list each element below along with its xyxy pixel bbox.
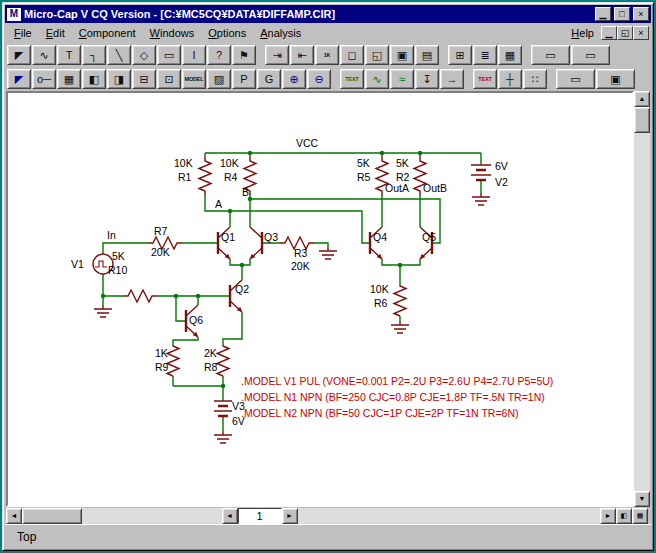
menu-help[interactable]: Help xyxy=(564,25,601,41)
menu-windows[interactable]: Windows xyxy=(143,25,202,41)
show-text-button[interactable]: TEXT xyxy=(340,69,364,89)
page-next-button[interactable]: ► xyxy=(282,508,298,524)
library-save-button-3[interactable]: ⊟ xyxy=(132,69,156,89)
menu-bar: FileEditComponentWindowsOptionsAnalysis … xyxy=(5,23,651,43)
border-button-1[interactable]: ▭ xyxy=(556,69,595,89)
menu-edit[interactable]: Edit xyxy=(39,25,72,41)
mdi-minimize-button[interactable]: ▁ xyxy=(601,26,617,40)
part-label-r10: R10 xyxy=(108,264,127,276)
text-tool[interactable]: T xyxy=(57,45,81,65)
tool-icon: ▭ xyxy=(570,73,580,86)
model-button[interactable]: MODEL xyxy=(182,69,206,89)
menu-options[interactable]: Options xyxy=(201,25,253,41)
scroll-up-button[interactable]: ▲ xyxy=(634,91,650,107)
horizontal-scrollbar[interactable]: ◄ ◄ 1 ► ► ◧▦ xyxy=(5,507,651,524)
page-prev-button[interactable]: ◄ xyxy=(222,508,238,524)
app-window: M Micro-Cap V CQ Version - [C:¥MC5CQ¥DAT… xyxy=(2,2,654,551)
info-tool[interactable]: I xyxy=(182,45,206,65)
lead-button[interactable]: → xyxy=(440,69,464,89)
calculator-button[interactable]: ▦ xyxy=(57,69,81,89)
horizontal-scroll-track[interactable] xyxy=(82,508,222,524)
library-save-button-2[interactable]: ◨ xyxy=(107,69,131,89)
mdi-restore-button[interactable]: ◱ xyxy=(617,26,633,40)
menu-component[interactable]: Component xyxy=(72,25,143,41)
rectangle-tool[interactable]: ▭ xyxy=(157,45,181,65)
scroll-right-button[interactable]: ► xyxy=(600,508,616,524)
horizontal-scroll-thumb[interactable] xyxy=(22,508,82,524)
hatch-button[interactable]: ▨ xyxy=(207,69,231,89)
value-label-v2: 6V xyxy=(495,160,508,172)
crosshair-button[interactable]: ┼ xyxy=(498,69,522,89)
toolbar-row-2: ◤o─▦◧◨⊟⊡MODEL▨PG⊕⊖TEXT∿≈↧→TEXT┼∷▭▣ xyxy=(5,67,651,91)
polygon-tool[interactable]: ◇ xyxy=(132,45,156,65)
pane-split-button[interactable]: ◧ xyxy=(616,508,632,524)
add-text-button[interactable]: TEXT xyxy=(473,69,497,89)
mdi-close-button[interactable]: × xyxy=(633,26,649,40)
node-label-a: A xyxy=(215,198,222,210)
vertical-scrollbar[interactable]: ▲ ▼ xyxy=(634,91,650,507)
list-button[interactable]: ≣ xyxy=(473,45,497,65)
vertical-scroll-thumb[interactable] xyxy=(634,107,650,133)
status-text: Top xyxy=(17,530,36,544)
value-label-r7: 20K xyxy=(151,246,170,258)
library-save-button-4[interactable]: ⊡ xyxy=(157,69,181,89)
horizontal-scroll-track-2[interactable] xyxy=(298,508,600,524)
zoom-out-button[interactable]: ⊖ xyxy=(307,69,331,89)
scale-1k-button[interactable]: 1K xyxy=(315,45,339,65)
resistor-r6 xyxy=(394,285,406,316)
pin-connection-button[interactable]: ↧ xyxy=(415,69,439,89)
box-tool-4[interactable]: ▤ xyxy=(415,45,439,65)
wire-tool[interactable]: ┐ xyxy=(82,45,106,65)
library-save-button-1[interactable]: ◧ xyxy=(82,69,106,89)
tool-icon: ∷ xyxy=(532,73,539,86)
maximize-button[interactable]: □ xyxy=(614,7,630,21)
tool-icon: ⊞ xyxy=(455,49,464,62)
wide-panel-button-2[interactable]: ▭ xyxy=(571,45,610,65)
titlebar[interactable]: M Micro-Cap V CQ Version - [C:¥MC5CQ¥DAT… xyxy=(5,5,651,23)
flag-tool[interactable]: ⚑ xyxy=(232,45,256,65)
mdi-button-icon: × xyxy=(638,28,643,38)
g-button[interactable]: G xyxy=(257,69,281,89)
help-mode-tool[interactable]: ? xyxy=(207,45,231,65)
diagonal-wire-tool[interactable]: ╲ xyxy=(107,45,131,65)
tool-icon: ◧ xyxy=(89,73,99,86)
close-button[interactable]: × xyxy=(633,7,649,21)
vertical-scroll-track[interactable] xyxy=(634,133,650,491)
box-tool-3[interactable]: ▣ xyxy=(390,45,414,65)
scroll-down-button[interactable]: ▼ xyxy=(634,491,650,507)
minimize-button[interactable]: ▁ xyxy=(595,7,611,21)
scroll-left-button[interactable]: ◄ xyxy=(6,508,22,524)
tool-icon: ▦ xyxy=(505,49,515,62)
select-tool[interactable]: ◤ xyxy=(7,45,31,65)
box-tool-1[interactable]: ◻ xyxy=(340,45,364,65)
cells-button[interactable]: ▦ xyxy=(498,45,522,65)
node-label-outb: OutB xyxy=(423,182,447,194)
part-label-r6: R6 xyxy=(374,297,388,309)
scrollbar-corner: ◧▦ xyxy=(616,508,650,524)
main-area: VCC10KR110KR45KR55KR26VV2OutAOutBABInR72… xyxy=(5,91,651,507)
p-button[interactable]: P xyxy=(232,69,256,89)
menu-file[interactable]: File xyxy=(7,25,39,41)
node-label-outa: OutA xyxy=(385,182,409,194)
dot-grid-button[interactable]: ∷ xyxy=(523,69,547,89)
cursor-mode-button[interactable]: ◤ xyxy=(7,69,31,89)
page-number[interactable]: 1 xyxy=(238,508,282,524)
part-label-r3: R3 xyxy=(294,247,308,259)
show-wave-button[interactable]: ∿ xyxy=(365,69,389,89)
border-button-2[interactable]: ▣ xyxy=(596,69,635,89)
part-label-v1: V1 xyxy=(71,258,84,270)
wide-panel-button-1[interactable]: ▭ xyxy=(531,45,570,65)
goto-flag-button[interactable]: ⇥ xyxy=(265,45,289,65)
key-button[interactable]: o─ xyxy=(32,69,56,89)
tool-icon: ◇ xyxy=(140,49,148,62)
box-tool-2[interactable]: ◱ xyxy=(365,45,389,65)
back-flag-button[interactable]: ⇤ xyxy=(290,45,314,65)
grid-toggle-button[interactable]: ⊞ xyxy=(448,45,472,65)
tool-icon: ◱ xyxy=(372,49,382,62)
schematic-canvas[interactable]: VCC10KR110KR45KR55KR26VV2OutAOutBABInR72… xyxy=(6,91,634,507)
node-wave-button[interactable]: ≈ xyxy=(390,69,414,89)
zoom-in-button[interactable]: ⊕ xyxy=(282,69,306,89)
menu-analysis[interactable]: Analysis xyxy=(253,25,308,41)
waveform-source-tool[interactable]: ∿ xyxy=(32,45,56,65)
page-grid-button[interactable]: ▦ xyxy=(632,508,648,524)
